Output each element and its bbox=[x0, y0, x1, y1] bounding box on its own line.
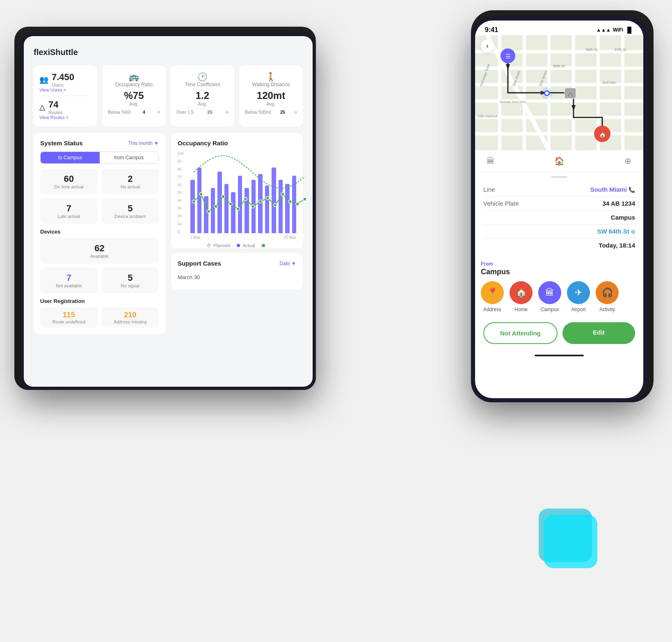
home-loc-icon[interactable]: 🏠 bbox=[552, 154, 567, 168]
chip-airport[interactable]: ✈ Airport bbox=[567, 281, 590, 312]
walking-icon: 🚶 bbox=[245, 72, 297, 82]
line-label: Line bbox=[483, 186, 495, 193]
building-icon[interactable]: 🏛 bbox=[483, 154, 498, 168]
back-button[interactable]: ‹ bbox=[481, 39, 494, 53]
phone-time: 9:41 bbox=[485, 26, 498, 34]
svg-point-5 bbox=[229, 202, 232, 206]
address-chip-label: Address bbox=[483, 307, 501, 312]
vehicle-label: Vehicle Plate bbox=[483, 200, 519, 207]
no-arrival-label: No arrival bbox=[107, 184, 154, 189]
svg-point-11 bbox=[274, 203, 277, 206]
svg-text:☰: ☰ bbox=[505, 53, 511, 60]
devices-title: Devices bbox=[40, 229, 159, 235]
svg-point-0 bbox=[192, 200, 195, 203]
walking-below-arrow[interactable]: > bbox=[295, 110, 297, 115]
svg-point-2 bbox=[207, 210, 210, 213]
route-undefined-count: 115 bbox=[43, 311, 94, 319]
time-coeff-title: Time Coefficient bbox=[176, 82, 229, 87]
battery-icon: ▐▌ bbox=[625, 27, 633, 33]
address-chip-icon: 📍 bbox=[481, 281, 504, 304]
view-users-link[interactable]: View Users > bbox=[39, 87, 91, 92]
not-available-label: Not available bbox=[45, 283, 93, 288]
svg-point-4 bbox=[222, 195, 225, 198]
trend-line bbox=[190, 151, 296, 234]
from-row: Campus bbox=[483, 211, 635, 225]
view-routes-link[interactable]: View Routes > bbox=[39, 115, 91, 120]
svg-point-8 bbox=[251, 205, 255, 208]
time-row: Today, 18:14 bbox=[483, 238, 635, 252]
app-title: flexiShuttle bbox=[34, 48, 303, 57]
chip-campus[interactable]: 🏛 Campus bbox=[538, 281, 561, 312]
svg-text:2nd Ave: 2nd Ave bbox=[602, 80, 615, 85]
walking-avg: Avg. bbox=[245, 101, 297, 106]
device-problem-cell: 5 Device problem bbox=[102, 198, 159, 224]
edit-button[interactable]: Edit bbox=[562, 322, 635, 344]
action-buttons: Not Attending Edit bbox=[475, 318, 643, 352]
svg-text:96th St: 96th St bbox=[586, 48, 598, 52]
device-problem-label: Device problem bbox=[107, 214, 154, 219]
legend-dot-green bbox=[262, 243, 267, 248]
chip-home[interactable]: 🏠 Home bbox=[510, 281, 533, 312]
svg-point-1 bbox=[199, 193, 203, 196]
walking-below-count: 25 bbox=[280, 110, 285, 115]
svg-point-15 bbox=[303, 197, 306, 201]
activity-chip-label: Activity bbox=[599, 307, 615, 312]
over-label: Over 1.5 bbox=[176, 110, 194, 115]
svg-point-51 bbox=[545, 92, 549, 95]
routes-icon: △ bbox=[39, 103, 45, 112]
address-missing-label: Address missing bbox=[105, 319, 156, 324]
no-signal-label: No signal bbox=[107, 283, 154, 288]
from-value: Campus bbox=[611, 214, 635, 221]
over-arrow[interactable]: > bbox=[226, 110, 229, 115]
occupancy-icon: 🚌 bbox=[108, 72, 160, 82]
svg-point-10 bbox=[266, 197, 270, 200]
tab-from-campus[interactable]: from Campus bbox=[100, 152, 159, 163]
locate-icon[interactable]: ⊕ bbox=[620, 154, 635, 168]
address-missing-count: 210 bbox=[105, 311, 156, 319]
map-area[interactable]: 96th St 97th St 95th St 2nd Ave Kamaraja… bbox=[475, 35, 643, 150]
support-item: March 30 bbox=[178, 272, 296, 283]
time-coeff-value: 1.2 bbox=[176, 90, 229, 101]
category-strip: From Campus 📍 Address 🏠 Home 🏛 Campus bbox=[475, 257, 643, 318]
address-row: SW 64th St ⊙ bbox=[483, 225, 635, 238]
available-count: 62 bbox=[45, 243, 154, 254]
home-chip-label: Home bbox=[514, 307, 528, 312]
tab-to-campus[interactable]: to Campus bbox=[41, 152, 100, 163]
month-filter[interactable]: This month ▼ bbox=[128, 140, 159, 146]
home-indicator bbox=[475, 352, 643, 360]
on-time-label: On time arrival bbox=[45, 184, 93, 189]
walking-value: 120mt bbox=[245, 90, 297, 101]
signal-icon: ▲▲▲ bbox=[596, 27, 611, 33]
available-label: Available bbox=[45, 254, 154, 259]
chip-activity[interactable]: 🎧 Activity bbox=[596, 281, 619, 312]
svg-point-3 bbox=[214, 205, 217, 208]
below-label: Below %60 bbox=[108, 110, 130, 115]
not-attending-button[interactable]: Not Attending bbox=[483, 322, 558, 344]
below-arrow[interactable]: > bbox=[158, 110, 160, 115]
routes-count: 74 bbox=[48, 99, 63, 110]
chip-address[interactable]: 📍 Address bbox=[481, 281, 504, 312]
airport-chip-label: Airport bbox=[571, 307, 585, 312]
on-time-count: 60 bbox=[45, 174, 93, 184]
on-time-cell: 60 On time arrival bbox=[40, 169, 98, 194]
route-undefined-cell: 115 Route undefined bbox=[40, 307, 98, 328]
from-category-value: Campus bbox=[481, 268, 638, 276]
walking-title: Walking Distance bbox=[245, 82, 297, 87]
no-arrival-cell: 2 No arrival bbox=[102, 169, 159, 194]
airport-chip-icon: ✈ bbox=[567, 281, 590, 304]
users-icon: 👥 bbox=[39, 75, 48, 84]
address-value: SW 64th St ⊙ bbox=[597, 228, 635, 235]
device-problem-count: 5 bbox=[107, 203, 154, 214]
svg-text:97th St: 97th St bbox=[615, 48, 626, 52]
no-signal-cell: 5 No signal bbox=[102, 268, 159, 293]
system-status-title: System Status bbox=[40, 140, 82, 147]
occupancy-avg: Avg. bbox=[108, 101, 160, 106]
users-count: 7.450 bbox=[52, 72, 74, 83]
date-filter[interactable]: Date ▼ bbox=[279, 261, 296, 266]
vehicle-value: 34 AB 1234 bbox=[603, 200, 635, 207]
svg-point-6 bbox=[236, 207, 240, 211]
chart-x-end: 15 Mar bbox=[283, 235, 296, 240]
svg-text:95th St: 95th St bbox=[553, 64, 565, 68]
legend-actual: Actual bbox=[237, 243, 255, 248]
svg-point-14 bbox=[296, 202, 299, 206]
